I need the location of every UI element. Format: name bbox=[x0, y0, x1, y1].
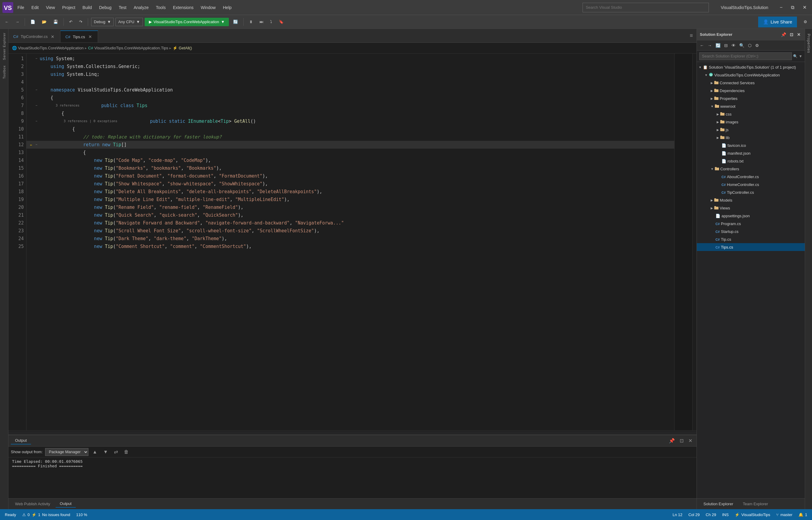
code-line-7[interactable]: − 3 references public class Tips bbox=[26, 102, 674, 109]
code-line-25[interactable]: new Tip("Comment Shortcut", "comment", "… bbox=[26, 242, 674, 250]
horizontal-scrollbar[interactable] bbox=[8, 430, 697, 435]
se-item-manifest-json[interactable]: 📄manifest.json bbox=[697, 149, 805, 157]
code-line-18[interactable]: new Tip("Delete All Breakpoints", "delet… bbox=[26, 188, 674, 196]
se-item-robots-txt[interactable]: 📄robots.txt bbox=[697, 157, 805, 165]
menu-edit[interactable]: Edit bbox=[29, 4, 42, 11]
status-ins[interactable]: INS bbox=[722, 513, 729, 517]
tab-tipcontroller-close[interactable]: ✕ bbox=[50, 34, 55, 40]
panel-close-button[interactable]: ✕ bbox=[687, 437, 694, 444]
toolbar-new[interactable]: 📄 bbox=[28, 19, 37, 25]
se-show-all-btn[interactable]: 👁 bbox=[730, 43, 737, 48]
status-col[interactable]: Col 29 bbox=[689, 513, 700, 517]
toolbar-forward[interactable]: → bbox=[13, 19, 22, 25]
code-line-16[interactable]: new Tip("Format Document", "format-docum… bbox=[26, 172, 674, 180]
status-ln[interactable]: Ln 12 bbox=[672, 513, 682, 517]
code-line-19[interactable]: new Tip("Multiple Line Edit", "multiple-… bbox=[26, 196, 674, 203]
menu-build[interactable]: Build bbox=[79, 4, 95, 11]
se-item-tips-cs[interactable]: C#Tips.cs bbox=[697, 243, 805, 251]
restore-button[interactable]: ⧉ bbox=[788, 4, 797, 11]
se-item-appsettings-json[interactable]: 📄appsettings.json bbox=[697, 212, 805, 220]
live-share-button[interactable]: 👤 Live Share bbox=[758, 17, 797, 27]
se-close-button[interactable]: ✕ bbox=[796, 32, 802, 37]
minimize-button[interactable]: − bbox=[777, 4, 786, 11]
code-line-12[interactable]: ✏− return new Tip[] bbox=[26, 141, 674, 149]
status-ch[interactable]: Ch 29 bbox=[706, 513, 717, 517]
menu-debug[interactable]: Debug bbox=[96, 4, 115, 11]
status-branch[interactable]: ⑂ master bbox=[776, 513, 792, 517]
output-scroll-up[interactable]: ▲ bbox=[91, 449, 99, 455]
code-line-10[interactable]: { bbox=[26, 125, 674, 133]
output-wrap-lines[interactable]: ⇄ bbox=[112, 448, 120, 455]
toolbar-refresh[interactable]: 🔄 bbox=[231, 19, 240, 25]
menu-window[interactable]: Window bbox=[198, 4, 219, 11]
panel-float-button[interactable]: ⊡ bbox=[678, 437, 685, 444]
se-item-favicon-ico[interactable]: 📄favicon.ico bbox=[697, 141, 805, 149]
se-forward-btn[interactable]: → bbox=[706, 43, 713, 48]
toolbar-redo[interactable]: ↷ bbox=[77, 19, 85, 25]
collapse-btn-1[interactable]: − bbox=[35, 55, 40, 62]
se-item-css[interactable]: ▶css bbox=[697, 110, 805, 118]
toolbar-breakpoint[interactable]: ⏸ bbox=[247, 19, 255, 25]
se-item-models[interactable]: ▶Models bbox=[697, 196, 805, 204]
se-item-startup-cs[interactable]: C#Startup.cs bbox=[697, 228, 805, 235]
tab-more-button[interactable]: ≡ bbox=[686, 32, 697, 39]
se-item-homecontroller-cs[interactable]: C#HomeController.cs bbox=[697, 181, 805, 188]
menu-tools[interactable]: Tools bbox=[153, 4, 169, 11]
menu-analyze[interactable]: Analyze bbox=[131, 4, 151, 11]
output-scroll-down[interactable]: ▼ bbox=[101, 449, 110, 455]
menu-search-input[interactable] bbox=[583, 3, 709, 12]
code-line-5[interactable]: − namespace VisualStudioTips.CoreWebAppl… bbox=[26, 86, 674, 94]
menu-help[interactable]: Help bbox=[220, 4, 234, 11]
se-tab-team-explorer[interactable]: Team Explorer bbox=[738, 500, 772, 508]
toolbar-back[interactable]: ← bbox=[2, 19, 11, 25]
se-maximize-button[interactable]: ⊡ bbox=[788, 32, 794, 37]
se-item-views[interactable]: ▶Views bbox=[697, 204, 805, 212]
platform-dropdown[interactable]: Any CPU ▼ bbox=[115, 18, 143, 26]
code-line-22[interactable]: new Tip("Navigate Forward and Backward",… bbox=[26, 219, 674, 227]
se-tab-solution-explorer[interactable]: Solution Explorer bbox=[699, 500, 737, 508]
se-search-input[interactable] bbox=[699, 52, 792, 60]
toolbar-save[interactable]: 💾 bbox=[51, 19, 60, 25]
code-content[interactable]: −using System; using System.Collections.… bbox=[26, 54, 674, 430]
se-refresh-btn[interactable]: 🔄 bbox=[714, 43, 722, 48]
status-zoom[interactable]: 110 % bbox=[76, 513, 87, 517]
menu-project[interactable]: Project bbox=[59, 4, 79, 11]
se-filter-btn[interactable]: 🔍 bbox=[738, 43, 746, 48]
menu-view[interactable]: View bbox=[43, 4, 58, 11]
code-line-9[interactable]: − 3 references | 0 exceptions public sta… bbox=[26, 118, 674, 125]
toolbar-undo[interactable]: ↶ bbox=[67, 19, 75, 25]
se-item-program-cs[interactable]: C#Program.cs bbox=[697, 220, 805, 228]
se-settings-btn[interactable]: ⚙ bbox=[754, 43, 760, 48]
se-item-tip-cs[interactable]: C#Tip.cs bbox=[697, 235, 805, 243]
code-line-1[interactable]: −using System; bbox=[26, 55, 674, 62]
se-pin-button[interactable]: 📌 bbox=[780, 32, 787, 37]
se-item-properties[interactable]: ▶Properties bbox=[697, 95, 805, 102]
debug-config-dropdown[interactable]: Debug ▼ bbox=[91, 18, 114, 26]
status-issues[interactable]: ⚠ 0 ⚡ 1 No issues found bbox=[22, 513, 71, 517]
web-publish-tab[interactable]: Web Publish Activity bbox=[11, 500, 54, 508]
output-bottom-tab[interactable]: Output bbox=[56, 500, 76, 508]
se-item-connected-services[interactable]: ▶Connected Services bbox=[697, 79, 805, 87]
code-line-4[interactable] bbox=[26, 78, 674, 86]
se-collapse-btn[interactable]: ⊟ bbox=[723, 43, 729, 48]
code-line-17[interactable]: new Tip("Show Whitespace", "show-whitesp… bbox=[26, 180, 674, 188]
toolbox-strip[interactable]: Toolbox bbox=[2, 63, 7, 81]
status-project[interactable]: ⚡ VisualStudioTips bbox=[735, 513, 770, 517]
code-line-6[interactable]: { bbox=[26, 94, 674, 102]
output-tab[interactable]: Output bbox=[11, 437, 31, 444]
se-item-aboutcontroller-cs[interactable]: C#AboutController.cs bbox=[697, 173, 805, 181]
toolbar-settings[interactable]: ⚙ bbox=[801, 19, 810, 25]
tab-tips[interactable]: C# Tips.cs ✕ bbox=[60, 30, 98, 43]
code-line-23[interactable]: new Tip("Scroll Wheel Font Size", "scrol… bbox=[26, 227, 674, 235]
se-item-wwwroot[interactable]: ▼wwwroot bbox=[697, 102, 805, 110]
code-line-21[interactable]: new Tip("Quick Search", "quick-search", … bbox=[26, 211, 674, 219]
se-item-controllers[interactable]: ▼Controllers bbox=[697, 165, 805, 173]
code-line-24[interactable]: new Tip("Dark Theme", "dark-theme", "Dar… bbox=[26, 235, 674, 242]
collapse-btn-7[interactable]: − bbox=[35, 102, 40, 109]
code-line-2[interactable]: using System.Collections.Generic; bbox=[26, 62, 674, 71]
output-source-select[interactable]: Package Manager bbox=[45, 448, 88, 456]
status-ready[interactable]: Ready bbox=[5, 513, 16, 517]
panel-pin-button[interactable]: 📌 bbox=[667, 437, 677, 444]
collapse-btn-9[interactable]: − bbox=[35, 118, 40, 125]
code-line-15[interactable]: new Tip("Bookmarks", "bookmarks", "Bookm… bbox=[26, 164, 674, 172]
